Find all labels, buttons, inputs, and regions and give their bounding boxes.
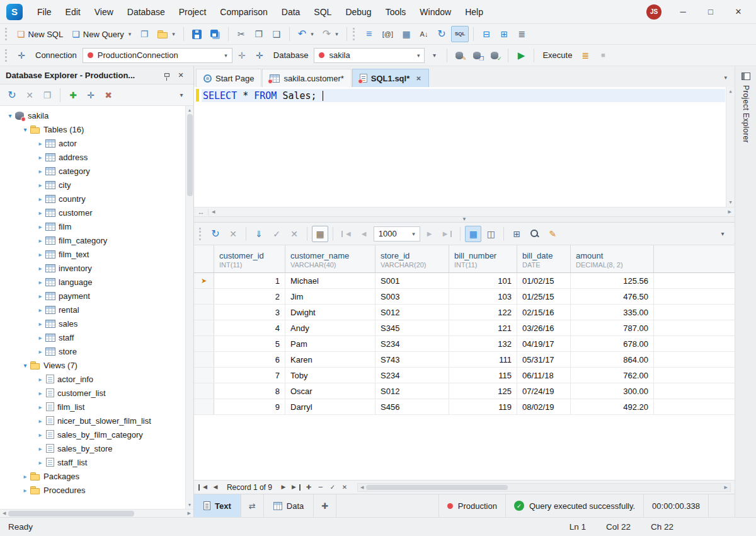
delete-record-button[interactable]: − — [315, 482, 326, 493]
tree-item-sales-by-film-category[interactable]: ▸sales_by_film_category — [0, 428, 185, 441]
cell-store-id[interactable]: S234 — [375, 336, 449, 351]
toolbar-grip[interactable] — [199, 228, 202, 240]
expand-icon[interactable]: ▸ — [20, 487, 30, 494]
cell-bill-date[interactable]: 04/19/17 — [517, 336, 571, 351]
close-button[interactable]: ✕ — [724, 3, 752, 21]
tree-item-staff-list[interactable]: ▸staff_list — [0, 455, 185, 469]
tree-item-city[interactable]: ▸city — [0, 178, 185, 192]
tab-start-page[interactable]: Start Page — [196, 69, 261, 87]
tree-item-film[interactable]: ▸film — [0, 219, 185, 233]
tree-item-film-category[interactable]: ▸film_category — [0, 233, 185, 247]
connection-select[interactable]: ProductionConnection▾ — [83, 48, 232, 63]
tree-item-country[interactable]: ▸country — [0, 192, 185, 206]
cell-bill-date[interactable]: 08/02/19 — [517, 399, 571, 414]
tree-item-category[interactable]: ▸category — [0, 164, 185, 178]
cut-button[interactable]: ✂ — [233, 26, 249, 42]
edit-data-button[interactable]: ✎ — [544, 226, 561, 242]
edit-database-button[interactable]: ✎ — [452, 47, 468, 64]
sort-az-button[interactable]: A↓ — [416, 26, 432, 42]
execute-button[interactable]: Execute — [539, 47, 576, 64]
window-layout-button[interactable]: ▦ — [398, 26, 415, 42]
cancel-edit-button[interactable]: ✕ — [339, 482, 350, 493]
expand-icon[interactable]: ▸ — [35, 376, 45, 383]
grid-view-button[interactable]: ▦ — [465, 226, 481, 242]
expand-icon[interactable]: ▸ — [35, 320, 45, 327]
tree-item-staff[interactable]: ▸staff — [0, 330, 185, 344]
add-result-tab-button[interactable]: ✚ — [314, 494, 336, 517]
expand-icon[interactable]: ▸ — [35, 404, 45, 411]
cell-bill-date[interactable]: 01/25/15 — [517, 289, 571, 304]
splitter-collapse-icon[interactable]: ▼ — [462, 217, 467, 222]
query-plan-button[interactable]: ⊞ — [496, 26, 512, 42]
cell-customer-id[interactable]: 1 — [214, 273, 285, 288]
expand-icon[interactable]: ▸ — [35, 237, 45, 244]
cell-store-id[interactable]: S345 — [375, 320, 449, 335]
card-view-button[interactable]: ◫ — [483, 226, 499, 242]
tree-item-rental[interactable]: ▸rental — [0, 303, 185, 317]
new-sql-button[interactable]: ❏New SQL — [13, 26, 67, 42]
cell-store-id[interactable]: S234 — [375, 368, 449, 383]
tree-item-tables-16[interactable]: ▾Tables (16) — [0, 122, 185, 136]
manage-objects-button[interactable]: ✛ — [83, 87, 99, 103]
refresh-explorer-button[interactable]: ↻ — [4, 87, 20, 103]
cell-bill-number[interactable]: 122 — [449, 305, 517, 320]
scrollbar-thumb[interactable] — [8, 511, 134, 516]
save-all-button[interactable] — [207, 26, 224, 42]
snippets-button[interactable]: [@] — [379, 26, 397, 42]
cell-customer-name[interactable]: Darryl — [285, 399, 375, 414]
cell-customer-name[interactable]: Pam — [285, 336, 375, 351]
cell-store-id[interactable]: S743 — [375, 352, 449, 367]
new-query-button[interactable]: ❏New Query▾ — [68, 26, 135, 42]
expand-icon[interactable]: ▸ — [35, 154, 45, 161]
tree-item-film-text[interactable]: ▸film_text — [0, 247, 185, 261]
cell-amount[interactable]: 762.00 — [571, 368, 654, 383]
expand-icon[interactable]: ▸ — [35, 223, 45, 230]
cell-customer-name[interactable]: Oscar — [285, 383, 375, 399]
cell-amount[interactable]: 335.00 — [571, 305, 654, 320]
format-sql-button[interactable]: ≡ — [361, 26, 377, 42]
cell-store-id[interactable]: S001 — [375, 273, 449, 288]
explorer-options-button[interactable]: ▾ — [173, 87, 190, 103]
expand-icon[interactable]: ▸ — [35, 279, 45, 286]
scroll-left-icon[interactable]: ◀ — [209, 209, 218, 214]
collapse-icon[interactable]: ▾ — [5, 112, 15, 119]
new-document-button[interactable]: ❐ — [136, 26, 152, 42]
scroll-left-icon[interactable]: ◀ — [0, 511, 8, 516]
expand-icon[interactable]: ▸ — [35, 390, 45, 397]
expand-icon[interactable]: ▸ — [35, 182, 45, 189]
tab-list-dropdown-icon[interactable]: ▾ — [719, 74, 732, 81]
tree-item-nicer-but-slower-film-list[interactable]: ▸nicer_but_slower_film_list — [0, 414, 185, 428]
tree-item-actor-info[interactable]: ▸actor_info — [0, 372, 185, 386]
tab-sakila-customer[interactable]: sakila.customer* — [262, 69, 351, 87]
append-record-button[interactable]: ✚ — [303, 482, 314, 493]
menu-item-file[interactable]: File — [30, 2, 59, 22]
tree-item-store[interactable]: ▸store — [0, 344, 185, 358]
cell-store-id[interactable]: S012 — [375, 383, 449, 399]
stop-button[interactable]: ■ — [595, 47, 611, 64]
tree-item-customer[interactable]: ▸customer — [0, 206, 185, 219]
cell-bill-date[interactable]: 02/15/16 — [517, 305, 571, 320]
chevron-down-icon[interactable]: ▾ — [172, 31, 175, 37]
open-file-button[interactable]: ▾ — [154, 26, 179, 42]
scroll-down-icon[interactable]: ▼ — [188, 501, 192, 509]
post-edit-button[interactable]: ✓ — [327, 482, 338, 493]
user-avatar[interactable]: JS — [646, 4, 662, 20]
close-tab-icon[interactable]: ✕ — [416, 75, 421, 82]
editor-vertical-scrollbar[interactable]: ▲ ▼ — [726, 87, 735, 207]
expand-icon[interactable]: ▸ — [35, 209, 45, 216]
chevron-down-icon[interactable]: ▾ — [129, 31, 132, 37]
chevron-down-icon[interactable]: ▾ — [412, 231, 415, 237]
cell-customer-id[interactable]: 8 — [214, 383, 285, 399]
cell-bill-number[interactable]: 125 — [449, 383, 517, 399]
cell-bill-number[interactable]: 121 — [449, 320, 517, 335]
database-select[interactable]: sakila▾ — [314, 48, 425, 63]
cell-amount[interactable]: 476.50 — [571, 289, 654, 304]
expand-icon[interactable]: ▸ — [20, 473, 30, 480]
cell-amount[interactable]: 787.00 — [571, 320, 654, 335]
copy-button[interactable]: ❐ — [251, 26, 267, 42]
toolbar-grip[interactable] — [5, 28, 8, 40]
refresh-button[interactable]: ↻ — [433, 26, 450, 42]
cell-amount[interactable]: 125.56 — [571, 273, 654, 288]
column-header-store-id[interactable]: store_idVARCHAR(20) — [375, 245, 449, 272]
tree-item-procedures[interactable]: ▸Procedures — [0, 483, 185, 497]
